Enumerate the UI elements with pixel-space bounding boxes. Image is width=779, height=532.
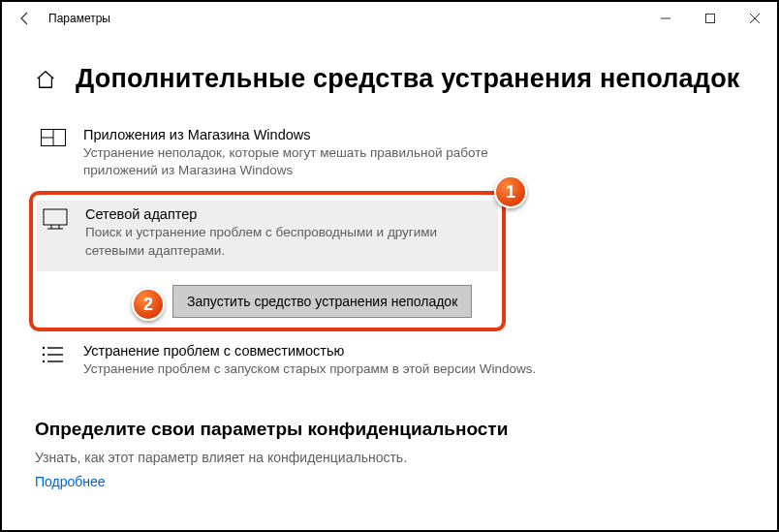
maximize-button[interactable] [688, 2, 732, 35]
list-icon [39, 343, 68, 378]
titlebar: Параметры [2, 2, 777, 35]
troubleshooter-desc: Устранение проблем с запуском старых про… [83, 360, 536, 378]
troubleshooter-store-apps[interactable]: Приложения из Магазина Windows Устранени… [35, 121, 558, 191]
annotation-badge: 1 [494, 175, 527, 208]
window-controls [643, 2, 777, 35]
svg-rect-5 [44, 209, 67, 225]
monitor-icon [41, 206, 70, 259]
svg-point-9 [43, 347, 45, 349]
app-title: Параметры [43, 12, 110, 25]
troubleshooter-compatibility[interactable]: Устранение проблем с совместимостью Устр… [35, 337, 558, 390]
page-title: Дополнительные средства устранения непол… [76, 64, 740, 94]
troubleshooter-title: Сетевой адаптер [85, 206, 473, 222]
back-button[interactable] [8, 2, 43, 35]
troubleshooter-network-adapter[interactable]: Сетевой адаптер Поиск и устранение пробл… [37, 201, 498, 270]
home-icon[interactable] [35, 69, 56, 90]
privacy-desc: Узнать, как этот параметр влияет на конф… [35, 450, 744, 465]
minimize-button[interactable] [643, 2, 688, 35]
privacy-heading: Определите свои параметры конфиденциальн… [35, 419, 744, 440]
privacy-link[interactable]: Подробнее [35, 474, 106, 489]
annotation-highlight: 1 2 Сетевой адаптер Поиск и устранение п… [29, 191, 506, 330]
close-button[interactable] [732, 2, 777, 35]
troubleshooter-title: Приложения из Магазина Windows [83, 127, 554, 142]
troubleshooter-desc: Поиск и устранение проблем с беспроводны… [85, 224, 473, 259]
svg-rect-1 [706, 15, 715, 23]
troubleshooter-title: Устранение проблем с совместимостью [83, 343, 536, 359]
svg-point-13 [43, 360, 45, 362]
svg-point-11 [43, 354, 45, 356]
grid-icon [39, 127, 68, 179]
run-troubleshooter-button[interactable]: Запустить средство устранения неполадок [172, 285, 472, 318]
troubleshooter-desc: Устранение неполадок, которые могут меша… [83, 144, 554, 179]
annotation-badge: 2 [132, 288, 165, 321]
